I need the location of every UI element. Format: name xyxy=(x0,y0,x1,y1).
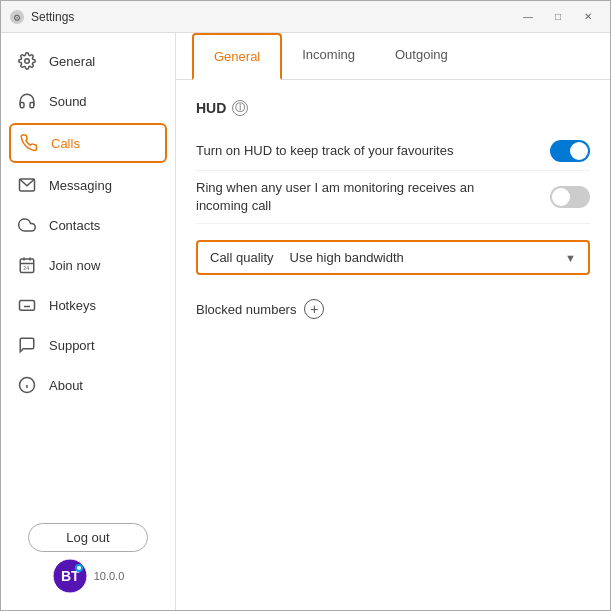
keyboard-icon xyxy=(17,295,37,315)
maximize-button[interactable]: □ xyxy=(544,6,572,28)
blocked-numbers-row: Blocked numbers + xyxy=(196,291,590,327)
sidebar-item-about[interactable]: About xyxy=(1,365,175,405)
tab-general[interactable]: General xyxy=(192,33,282,80)
sidebar-item-contacts[interactable]: Contacts xyxy=(1,205,175,245)
hud-info-icon[interactable]: ⓘ xyxy=(232,100,248,116)
cloud-icon xyxy=(17,215,37,235)
phone-icon xyxy=(19,133,39,153)
sidebar-bottom: Log out BT 10.0.0 xyxy=(1,515,175,602)
chevron-down-icon: ▼ xyxy=(565,252,576,264)
window-controls: — □ ✕ xyxy=(514,6,602,28)
sidebar-item-label-messaging: Messaging xyxy=(49,178,112,193)
hud-toggle-label: Turn on HUD to keep track of your favour… xyxy=(196,142,453,160)
sidebar-item-label-contacts: Contacts xyxy=(49,218,100,233)
svg-point-22 xyxy=(77,566,81,570)
headphone-icon xyxy=(17,91,37,111)
sidebar-item-calls[interactable]: Calls xyxy=(9,123,167,163)
app-icon: ⚙ xyxy=(9,9,25,25)
titlebar: ⚙ Settings — □ ✕ xyxy=(1,1,610,33)
call-quality-value: Use high bandwidth xyxy=(290,250,404,265)
sidebar-item-label-hotkeys: Hotkeys xyxy=(49,298,96,313)
sidebar: General Sound Calls xyxy=(1,33,176,610)
tab-outgoing[interactable]: Outgoing xyxy=(375,33,468,80)
window-title: Settings xyxy=(31,10,514,24)
ring-toggle-label: Ring when any user I am monitoring recei… xyxy=(196,179,506,215)
svg-text:24: 24 xyxy=(23,265,29,271)
hud-label: HUD xyxy=(196,100,226,116)
gear-icon xyxy=(17,51,37,71)
sidebar-item-label-about: About xyxy=(49,378,83,393)
sidebar-item-support[interactable]: Support xyxy=(1,325,175,365)
sidebar-item-general[interactable]: General xyxy=(1,41,175,81)
svg-text:⚙: ⚙ xyxy=(13,13,21,23)
hud-toggle-knob xyxy=(570,142,588,160)
calendar-icon: 24 xyxy=(17,255,37,275)
sidebar-item-label-join-now: Join now xyxy=(49,258,100,273)
add-blocked-number-button[interactable]: + xyxy=(304,299,324,319)
sidebar-item-sound[interactable]: Sound xyxy=(1,81,175,121)
ring-toggle[interactable] xyxy=(550,186,590,208)
ring-toggle-knob xyxy=(552,188,570,206)
sidebar-item-messaging[interactable]: Messaging xyxy=(1,165,175,205)
sidebar-item-label-general: General xyxy=(49,54,95,69)
settings-window: ⚙ Settings — □ ✕ General xyxy=(0,0,611,611)
logout-button[interactable]: Log out xyxy=(28,523,148,552)
section-title-hud: HUD ⓘ xyxy=(196,100,590,116)
minimize-button[interactable]: — xyxy=(514,6,542,28)
panel-content: HUD ⓘ Turn on HUD to keep track of your … xyxy=(176,80,610,610)
right-panel: General Incoming Outgoing HUD ⓘ Turn on … xyxy=(176,33,610,610)
call-quality-section: Call quality Use high bandwidth ▼ xyxy=(196,240,590,275)
svg-rect-9 xyxy=(20,301,35,311)
bt-logo: BT 10.0.0 xyxy=(52,558,125,594)
bubble-icon xyxy=(17,335,37,355)
hud-toggle[interactable] xyxy=(550,140,590,162)
sidebar-item-label-calls: Calls xyxy=(51,136,80,151)
call-quality-label: Call quality xyxy=(210,250,274,265)
plus-icon: + xyxy=(310,302,318,316)
main-content: General Sound Calls xyxy=(1,33,610,610)
version-text: 10.0.0 xyxy=(94,570,125,582)
tab-incoming[interactable]: Incoming xyxy=(282,33,375,80)
sidebar-item-label-sound: Sound xyxy=(49,94,87,109)
setting-row-hud-toggle: Turn on HUD to keep track of your favour… xyxy=(196,132,590,171)
info-icon xyxy=(17,375,37,395)
sidebar-item-join-now[interactable]: 24 Join now xyxy=(1,245,175,285)
envelope-icon xyxy=(17,175,37,195)
bt-logo-icon: BT xyxy=(52,558,88,594)
close-button[interactable]: ✕ xyxy=(574,6,602,28)
tabs-row: General Incoming Outgoing xyxy=(176,33,610,80)
call-quality-row: Call quality Use high bandwidth ▼ xyxy=(196,240,590,275)
sidebar-item-hotkeys[interactable]: Hotkeys xyxy=(1,285,175,325)
blocked-numbers-label: Blocked numbers xyxy=(196,302,296,317)
sidebar-item-label-support: Support xyxy=(49,338,95,353)
setting-row-ring-toggle: Ring when any user I am monitoring recei… xyxy=(196,171,590,224)
call-quality-dropdown[interactable]: Use high bandwidth ▼ xyxy=(290,250,576,265)
svg-point-2 xyxy=(25,59,30,64)
